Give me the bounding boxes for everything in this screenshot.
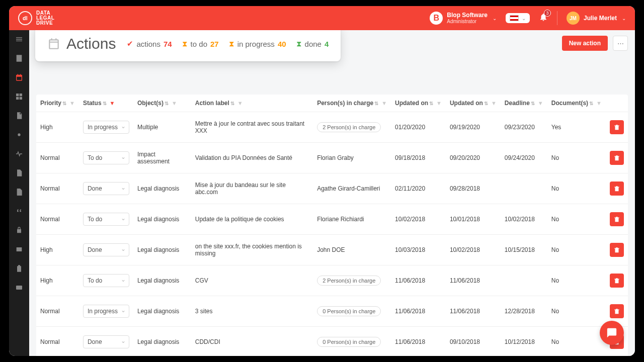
sidebar-item-card[interactable] [14,283,24,293]
org-switcher[interactable]: B Blop Software Administrator ⌄ [430,12,497,25]
person-pill[interactable]: 0 Person(s) in charge [317,306,381,316]
chat-fab[interactable] [600,321,624,345]
status-select[interactable]: Done [83,182,129,195]
sidebar-item-actions[interactable] [14,72,24,82]
delete-button[interactable] [610,243,624,257]
column-header[interactable]: Action label⇅▼ [191,95,313,112]
sort-icon[interactable]: ⇅ [531,101,535,106]
status-select[interactable]: Done [83,243,129,256]
cell-updated1: 01/20/2020 [391,112,446,143]
filter-icon[interactable]: ▼ [237,100,243,106]
cell-priority: Normal [36,296,79,327]
filter-icon[interactable]: ▼ [69,100,75,106]
column-header[interactable]: Person(s) in charge⇅▼ [313,95,391,112]
status-select[interactable]: To do [83,151,129,164]
sort-icon[interactable]: ⇅ [103,101,107,106]
notification-badge: 3 [544,10,551,17]
sort-icon[interactable]: ⇅ [165,101,169,106]
sort-icon[interactable]: ⇅ [374,101,378,106]
language-selector[interactable]: ⌄ [506,13,530,23]
delete-button[interactable] [610,151,624,165]
cell-updated2: 09/28/2018 [446,173,501,204]
sidebar-item-menu[interactable] [14,34,24,44]
org-icon: B [430,12,443,25]
person-pill[interactable]: 2 Person(s) in charge [317,276,381,286]
sidebar-item-quote[interactable] [14,206,24,216]
column-header[interactable]: Priority⇅▼ [36,95,79,112]
table-row[interactable]: NormalDoneLegal diagnosisMise à jour du … [36,173,628,204]
sidebar-item-grid[interactable] [14,92,24,102]
sidebar-item-record[interactable] [14,130,24,140]
stat-actions: ✔actions74 [127,39,172,48]
hourglass-icon: ⧗ [296,39,302,48]
filter-icon[interactable]: ▼ [491,100,497,106]
person-pill[interactable]: 2 Person(s) in charge [317,122,381,132]
table-row[interactable]: HighDoneLegal diagnosison the site xxx.f… [36,235,628,265]
user-menu[interactable]: JM Julie Merlet ⌄ [567,12,626,25]
brand-logo-icon: dl [18,11,32,25]
table-row[interactable]: HighTo doLegal diagnosisCGV2 Person(s) i… [36,265,628,296]
cell-object: Legal diagnosis [133,173,191,204]
sidebar-item-document[interactable] [14,111,24,121]
cell-label: 3 sites [191,296,313,327]
sort-icon[interactable]: ⇅ [589,101,593,106]
status-select[interactable]: In progress [83,121,129,134]
cell-person: 0 Person(s) in charge [313,327,391,356]
column-header[interactable]: Object(s)⇅▼ [133,95,191,112]
filter-icon[interactable]: ▼ [381,100,387,106]
column-header[interactable]: Deadline⇅▼ [501,95,547,112]
status-select[interactable]: In progress [83,305,129,318]
delete-button[interactable] [610,304,624,318]
filter-icon[interactable]: ▼ [596,100,602,106]
table-row[interactable]: HighIn progressMultipleMettre à jour le … [36,112,628,143]
cell-updated1: 11/06/2018 [391,327,446,356]
column-header[interactable]: Updated on⇅▼ [391,95,446,112]
cell-docs: No [547,327,606,356]
sort-icon[interactable]: ⇅ [230,101,234,106]
check-icon: ✔ [127,39,133,48]
table-row[interactable]: NormalTo doImpact assessmentValidation d… [36,143,628,173]
delete-button[interactable] [610,274,624,288]
notifications-button[interactable]: 3 [539,13,548,24]
cell-object: Multiple [133,112,191,143]
delete-button[interactable] [610,182,624,196]
cell-object: Legal diagnosis [133,327,191,356]
cell-updated2: 11/06/2018 [446,296,501,327]
sidebar-item-file2[interactable] [14,187,24,197]
status-select[interactable]: Done [83,335,129,348]
column-header[interactable]: Status⇅▼ [79,95,133,112]
cell-deadline [501,265,547,296]
table-row[interactable]: NormalTo doLegal diagnosisUpdate de la p… [36,204,628,235]
sidebar-item-clipboard[interactable] [14,263,24,274]
sidebar-item-building[interactable] [14,53,24,63]
sort-icon[interactable]: ⇅ [484,101,488,106]
sort-icon[interactable]: ⇅ [62,101,66,106]
sidebar-item-lock[interactable] [14,225,24,235]
cell-updated2: 10/01/2018 [446,204,501,235]
cell-label: on the site xxx.fr, the cookies mention … [191,235,313,265]
person-pill[interactable]: 0 Person(s) in charge [317,337,381,347]
cell-deadline: 10/15/2018 [501,235,547,265]
filter-icon[interactable]: ▼ [110,100,115,106]
delete-button[interactable] [610,120,624,134]
sidebar-item-file[interactable] [14,168,24,178]
filter-icon[interactable]: ▼ [172,100,177,106]
filter-icon[interactable]: ▼ [538,100,543,106]
status-select[interactable]: To do [83,274,129,287]
cell-updated1: 10/03/2018 [391,235,446,265]
sort-icon[interactable]: ⇅ [429,101,433,106]
column-header[interactable]: Updated on⇅▼ [446,95,501,112]
cell-priority: High [36,112,79,143]
sidebar-item-heartbeat[interactable] [14,149,24,159]
filter-icon[interactable]: ▼ [436,100,442,106]
table-row[interactable]: NormalIn progressLegal diagnosis3 sites0… [36,296,628,327]
column-header[interactable]: Document(s)⇅▼ [547,95,606,112]
status-select[interactable]: To do [83,213,129,226]
new-action-button[interactable]: New action [562,36,608,51]
more-options-button[interactable]: ⋯ [613,36,628,51]
table-row[interactable]: NormalDoneLegal diagnosisCDD/CDI0 Person… [36,327,628,356]
cell-updated2: 09/20/2020 [446,143,501,173]
brand-logo[interactable]: dl DATA LEGAL DRIVE [18,11,54,26]
delete-button[interactable] [610,212,624,226]
sidebar-item-box[interactable] [14,244,24,254]
